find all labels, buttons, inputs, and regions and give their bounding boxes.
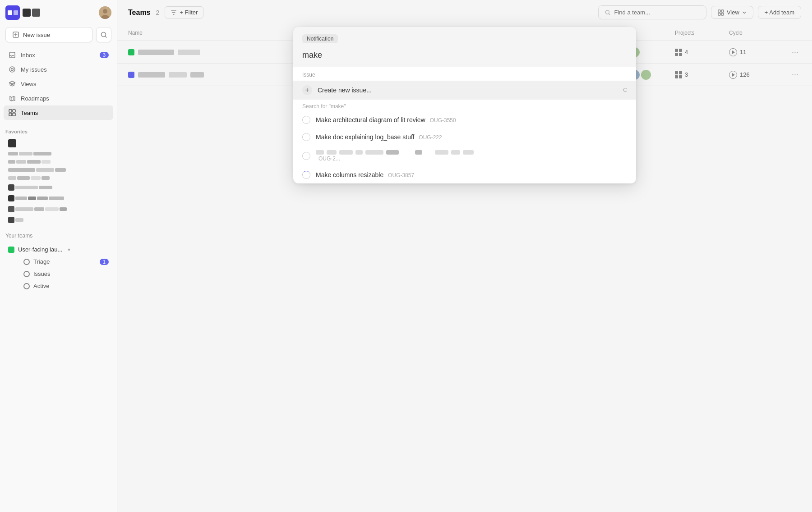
result-id-1: OUG-3550 (430, 117, 456, 123)
inbox-badge: 3 (100, 52, 109, 58)
fav-block (60, 207, 67, 211)
fav-block (34, 207, 44, 211)
result-text-content-4: Make columns resizable (316, 171, 383, 178)
sidebar-item-my-issues[interactable]: My issues (4, 62, 113, 77)
my-issues-label: My issues (21, 66, 47, 73)
fav-item-3[interactable] (4, 158, 113, 166)
fav-icon-6 (8, 184, 14, 191)
svg-rect-8 (9, 110, 12, 112)
blur-block (327, 150, 337, 155)
sidebar-item-inbox[interactable]: Inbox 3 (4, 48, 113, 62)
modal-issue-section: Issue (293, 67, 636, 81)
result-id-2: OUG-222 (419, 134, 442, 141)
teams-icon (8, 109, 16, 117)
views-label: Views (21, 81, 36, 87)
result-text-content-2: Make doc explaining log_base stuff (316, 133, 414, 141)
team-expand-icon: ▾ (68, 247, 70, 253)
fav-item-6[interactable] (4, 182, 113, 193)
fav-item-7[interactable] (4, 193, 113, 204)
svg-rect-9 (13, 110, 15, 112)
fav-block (8, 168, 35, 172)
blur-block (339, 150, 353, 155)
sidebar-item-roadmaps[interactable]: Roadmaps (4, 91, 113, 105)
fav-block (15, 186, 38, 189)
search-button[interactable] (96, 27, 111, 42)
fav-icon-8 (8, 206, 14, 212)
logo-sq2 (14, 10, 18, 15)
fav-block (36, 168, 54, 172)
team-name: User-facing lau... (18, 246, 62, 253)
sidebar-item-issues[interactable]: Issues (19, 268, 113, 280)
fav-blocks-8 (8, 206, 109, 212)
sidebar-item-triage[interactable]: Triage 1 (19, 256, 113, 268)
fav-block (42, 160, 51, 164)
create-new-issue-item[interactable]: + Create new issue... C (293, 81, 636, 100)
svg-point-7 (11, 69, 14, 71)
fav-block (42, 176, 50, 180)
search-result-4[interactable]: Make columns resizable OUG-3857 (293, 166, 636, 183)
new-issue-area: New issue (5, 27, 111, 42)
sidebar-top (0, 0, 117, 23)
fav-block (27, 160, 41, 164)
search-result-1[interactable]: Make architectural diagram of lit review… (293, 111, 636, 128)
fav-item-8[interactable] (4, 204, 113, 215)
blur-block (355, 150, 363, 155)
blur-block-dark2 (415, 150, 422, 155)
sidebar-item-active[interactable]: Active (19, 280, 113, 292)
fav-blocks-7 (8, 195, 109, 201)
new-issue-button[interactable]: New issue (5, 27, 92, 42)
issues-circle-icon (23, 271, 30, 277)
result-text-content-1: Make architectural diagram of lit review (316, 116, 425, 123)
fav-block (8, 176, 16, 180)
modal-top: Notification (293, 27, 636, 67)
avatar[interactable] (99, 6, 111, 19)
fav-item-9[interactable] (4, 215, 113, 225)
blur-block (316, 150, 324, 155)
fav-item-1[interactable] (4, 137, 113, 150)
triage-badge: 1 (100, 259, 109, 265)
sidebar-item-views[interactable]: Views (4, 77, 113, 91)
fav-blocks-2 (8, 152, 109, 155)
fav-blocks-5 (8, 176, 109, 180)
sidebar-item-teams[interactable]: Teams (4, 105, 113, 120)
blur-block (365, 150, 383, 155)
inbox-label: Inbox (21, 52, 35, 59)
fav-icon-1 (8, 139, 16, 147)
logo-inner (8, 10, 18, 15)
result-text-3: OUG-2... (316, 150, 627, 162)
team-header[interactable]: User-facing lau... ▾ (4, 243, 113, 256)
fav-item-2[interactable] (4, 150, 113, 158)
result-text-4: Make columns resizable OUG-3857 (316, 171, 627, 178)
fav-blocks-9 (8, 217, 109, 223)
team-item: User-facing lau... ▾ Triage 1 Issues Act… (0, 242, 117, 294)
fav-block (45, 207, 59, 211)
logo-sq1 (8, 10, 12, 15)
issues-label: Issues (33, 270, 51, 277)
create-new-label: Create new issue... (318, 87, 618, 94)
main-content: Teams 2 + Filter View + Add team Name Ow… (117, 0, 812, 512)
create-shortcut: C (623, 87, 627, 93)
fav-block (49, 197, 64, 200)
result-id-3: OUG-2... (318, 155, 340, 162)
fav-block (28, 197, 36, 200)
sidebar: New issue Inbox 3 My issues Views (0, 0, 117, 512)
fav-item-5[interactable] (4, 174, 113, 182)
fav-icon-9 (8, 217, 14, 223)
result-id-4: OUG-3857 (388, 172, 414, 178)
triage-label: Triage (33, 258, 50, 265)
fav-block (37, 197, 48, 200)
fav-block (39, 186, 52, 189)
search-for-label: Search for "make" (293, 100, 636, 111)
fav-item-4[interactable] (4, 166, 113, 174)
fav-block (17, 176, 30, 180)
fav-blocks-6 (8, 184, 109, 191)
fav-block (15, 218, 23, 222)
modal-search-input[interactable] (302, 49, 627, 62)
result-radio-1 (302, 116, 310, 124)
teams-label: Teams (21, 110, 38, 116)
blur-block3 (435, 150, 448, 155)
search-result-3[interactable]: OUG-2... (293, 146, 636, 166)
layers-icon (8, 80, 16, 88)
search-result-2[interactable]: Make doc explaining log_base stuff OUG-2… (293, 128, 636, 146)
fav-block (8, 152, 18, 155)
